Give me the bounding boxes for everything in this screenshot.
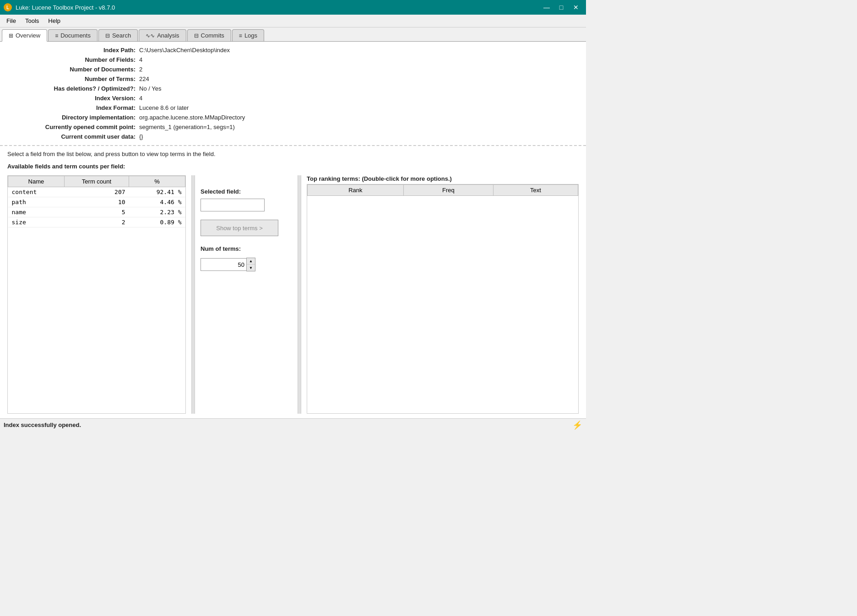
deletions-value: No / Yes — [139, 85, 161, 92]
tab-search[interactable]: ⊟ Search — [98, 29, 138, 41]
user-data-label: Current commit user data: — [7, 133, 136, 140]
num-terms-value: 224 — [139, 76, 149, 82]
fields-table-container: Name Term count % content 207 92.41 % pa… — [7, 175, 186, 414]
title-bar-left: L Luke: Lucene Toolbox Project - v8.7.0 — [4, 3, 115, 11]
rank-col-header: Rank — [308, 185, 404, 196]
menu-help[interactable]: Help — [43, 16, 65, 26]
analysis-icon: ∿∿ — [146, 32, 155, 39]
middle-section: Selected field: Show top terms > Num of … — [201, 175, 292, 414]
field-termcount: 2 — [64, 217, 129, 227]
minimize-button[interactable]: — — [540, 3, 553, 12]
top-ranking-title: Top ranking terms: (Double-click for mor… — [307, 175, 579, 182]
col-header-termcount: Term count — [64, 176, 129, 187]
num-docs-value: 2 — [139, 66, 142, 73]
text-col-header: Text — [493, 185, 578, 196]
info-row-index-version: Index Version: 4 — [0, 93, 586, 103]
spinner-up-button[interactable]: ▲ — [247, 258, 255, 265]
table-row[interactable]: path 10 4.46 % — [8, 197, 185, 207]
index-path-label: Index Path: — [7, 47, 136, 54]
tab-commits-label: Commits — [201, 32, 224, 39]
freq-col-header: Freq — [403, 185, 493, 196]
commits-icon: ⊟ — [194, 32, 199, 39]
info-row-num-fields: Number of Fields: 4 — [0, 55, 586, 65]
col-header-percent: % — [129, 176, 185, 187]
menu-file[interactable]: File — [2, 16, 21, 26]
maximize-button[interactable]: □ — [555, 3, 568, 12]
ranking-table-container: Rank Freq Text — [307, 184, 579, 414]
num-of-terms-input[interactable] — [201, 258, 246, 271]
search-icon: ⊟ — [105, 32, 110, 39]
index-version-label: Index Version: — [7, 95, 136, 102]
close-button[interactable]: ✕ — [570, 3, 582, 12]
instruction-text: Select a field from the list below, and … — [7, 151, 579, 157]
field-percent: 0.89 % — [129, 217, 185, 227]
fields-section-title: Available fields and term counts per fie… — [7, 163, 579, 170]
field-name: path — [8, 197, 65, 207]
field-termcount: 207 — [64, 187, 129, 197]
app-icon: L — [4, 3, 12, 11]
user-data-value: {} — [139, 133, 143, 140]
directory-value: org.apache.lucene.store.MMapDirectory — [139, 114, 245, 121]
num-terms-label: Number of Terms: — [7, 76, 136, 82]
tab-bar: ⊞ Overview ≡ Documents ⊟ Search ∿∿ Analy… — [0, 27, 586, 42]
commit-point-label: Currently opened commit point: — [7, 124, 136, 130]
num-fields-value: 4 — [139, 56, 142, 63]
fields-layout: Name Term count % content 207 92.41 % pa… — [7, 175, 579, 414]
field-name: size — [8, 217, 65, 227]
info-row-user-data: Current commit user data: {} — [0, 132, 586, 141]
top-ranking-section: Top ranking terms: (Double-click for mor… — [307, 175, 579, 414]
fields-table: Name Term count % content 207 92.41 % pa… — [8, 176, 185, 227]
menu-bar: File Tools Help — [0, 15, 586, 27]
info-row-num-docs: Number of Documents: 2 — [0, 65, 586, 74]
index-version-value: 4 — [139, 95, 142, 102]
field-name: name — [8, 207, 65, 217]
status-icon: ⚡ — [572, 420, 582, 430]
field-termcount: 10 — [64, 197, 129, 207]
field-termcount: 5 — [64, 207, 129, 217]
info-panel: Index Path: C:\Users\JackChen\Desktop\in… — [0, 42, 586, 146]
tab-logs[interactable]: ≡ Logs — [232, 29, 264, 41]
status-bar: Index successfully opened. ⚡ — [0, 418, 586, 431]
ranking-table: Rank Freq Text — [307, 184, 578, 196]
table-row[interactable]: name 5 2.23 % — [8, 207, 185, 217]
info-row-deletions: Has deletions? / Optimized?: No / Yes — [0, 84, 586, 93]
num-docs-label: Number of Documents: — [7, 66, 136, 73]
table-row[interactable]: size 2 0.89 % — [8, 217, 185, 227]
tab-logs-label: Logs — [244, 32, 257, 39]
overview-icon: ⊞ — [9, 32, 13, 39]
tab-documents[interactable]: ≡ Documents — [48, 29, 98, 41]
deletions-label: Has deletions? / Optimized?: — [7, 85, 136, 92]
spinner-buttons: ▲ ▼ — [246, 258, 255, 271]
vertical-divider[interactable] — [191, 175, 195, 414]
field-percent: 92.41 % — [129, 187, 185, 197]
tab-overview[interactable]: ⊞ Overview — [2, 29, 47, 42]
commit-point-value: segments_1 (generation=1, segs=1) — [139, 124, 235, 130]
table-row[interactable]: content 207 92.41 % — [8, 187, 185, 197]
documents-icon: ≡ — [55, 32, 58, 39]
menu-tools[interactable]: Tools — [21, 16, 43, 26]
field-percent: 2.23 % — [129, 207, 185, 217]
tab-overview-label: Overview — [16, 32, 40, 39]
tab-analysis[interactable]: ∿∿ Analysis — [139, 29, 186, 41]
field-percent: 4.46 % — [129, 197, 185, 207]
info-row-directory: Directory implementation: org.apache.luc… — [0, 113, 586, 122]
window-title: Luke: Lucene Toolbox Project - v8.7.0 — [16, 4, 115, 11]
info-row-index-format: Index Format: Lucene 8.6 or later — [0, 103, 586, 113]
num-of-terms-spinner: ▲ ▼ — [201, 258, 292, 271]
vertical-divider-2[interactable] — [298, 175, 301, 414]
spinner-down-button[interactable]: ▼ — [247, 265, 255, 271]
title-bar: L Luke: Lucene Toolbox Project - v8.7.0 … — [0, 0, 586, 15]
index-path-value: C:\Users\JackChen\Desktop\index — [139, 47, 230, 54]
tab-analysis-label: Analysis — [157, 32, 179, 39]
show-top-terms-button[interactable]: Show top terms > — [201, 220, 278, 236]
fields-panel: Select a field from the list below, and … — [0, 146, 586, 418]
tab-commits[interactable]: ⊟ Commits — [187, 29, 231, 41]
selected-field-input[interactable] — [201, 199, 265, 211]
status-message: Index successfully opened. — [4, 421, 81, 428]
logs-icon: ≡ — [239, 32, 242, 39]
index-format-label: Index Format: — [7, 104, 136, 111]
selected-field-label: Selected field: — [201, 188, 292, 195]
tab-search-label: Search — [112, 32, 131, 39]
col-header-name: Name — [8, 176, 65, 187]
info-row-commit-point: Currently opened commit point: segments_… — [0, 122, 586, 132]
